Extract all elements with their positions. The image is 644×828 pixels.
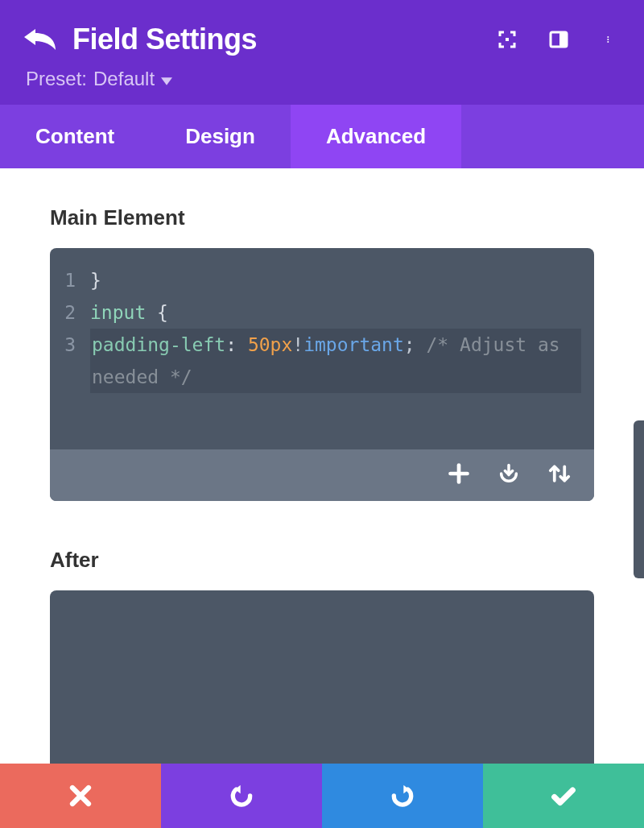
tab-advanced[interactable]: Advanced [291, 105, 461, 168]
header-action-icons [497, 30, 620, 49]
undo-button[interactable] [161, 764, 322, 828]
tab-design[interactable]: Design [150, 105, 291, 168]
svg-point-3 [607, 36, 609, 38]
scrollbar-thumb[interactable] [634, 420, 644, 578]
code-line: 2 input { [63, 296, 581, 329]
add-icon[interactable] [448, 462, 470, 488]
save-button[interactable] [483, 764, 644, 828]
code-editor-toolbar [50, 449, 594, 501]
svg-point-5 [607, 41, 609, 43]
header-top-row: Field Settings [24, 23, 620, 56]
settings-tabs: Content Design Advanced [0, 105, 644, 168]
settings-header: Field Settings Preset: De [0, 0, 644, 105]
line-number: 1 [63, 264, 90, 296]
preset-value: Default [93, 68, 155, 90]
section-label-main-element: Main Element [50, 205, 594, 230]
section-label-after: After [50, 548, 594, 573]
chevron-down-icon [161, 68, 172, 90]
line-number: 3 [63, 329, 90, 393]
code-editor-body[interactable]: 1 } 2 input { 3 padding-left: 50px!impor… [50, 248, 594, 449]
code-line: 3 padding-left: 50px!important; /* Adjus… [63, 329, 581, 393]
cancel-button[interactable] [0, 764, 161, 828]
css-editor-after[interactable] [50, 590, 594, 776]
sort-arrows-icon[interactable] [547, 462, 572, 489]
css-editor-main-element[interactable]: 1 } 2 input { 3 padding-left: 50px!impor… [50, 248, 594, 501]
focus-frame-icon[interactable] [497, 30, 517, 49]
panel-split-icon[interactable] [549, 30, 568, 49]
back-arrow-icon[interactable] [24, 29, 56, 50]
svg-rect-2 [559, 32, 567, 47]
redo-button[interactable] [322, 764, 483, 828]
power-download-icon[interactable] [497, 462, 520, 488]
svg-rect-0 [506, 38, 509, 41]
footer-actions [0, 764, 644, 828]
svg-point-4 [607, 39, 609, 40]
tab-content[interactable]: Content [0, 105, 150, 168]
code-line: 1 } [63, 264, 581, 296]
page-title: Field Settings [72, 23, 481, 56]
more-vertical-icon[interactable] [601, 30, 620, 49]
preset-label: Preset: [26, 68, 87, 90]
line-number: 2 [63, 296, 90, 329]
preset-selector[interactable]: Preset: Default [26, 68, 620, 90]
tab-panel-advanced: Main Element 1 } 2 input { 3 padding-lef… [0, 168, 644, 776]
